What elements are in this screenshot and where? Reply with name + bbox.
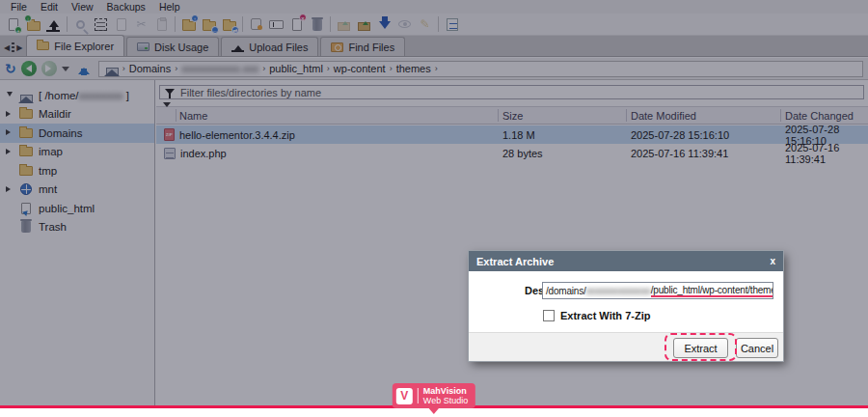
extract-button[interactable]: Extract xyxy=(673,338,728,358)
extract-archive-dialog: Extract Archive x Destination: /domains/… xyxy=(469,251,783,361)
mahvision-logo-icon: V xyxy=(396,388,413,404)
cancel-button[interactable]: Cancel xyxy=(736,338,778,358)
watermark: V MahVision Web Studio xyxy=(393,383,475,417)
redacted-domain: xxxxxxxxxxxxxx xyxy=(586,286,651,296)
destination-input[interactable]: /domains/xxxxxxxxxxxxxx/public_html/wp-c… xyxy=(542,282,773,299)
seven-zip-option[interactable]: Extract With 7-Zip xyxy=(543,310,650,321)
seven-zip-checkbox[interactable] xyxy=(543,310,555,321)
screenshot-root: File Edit View Backups Help + ↓ ✂ ↑ ← ⇄ … xyxy=(0,0,868,417)
dialog-footer: Extract Cancel xyxy=(469,332,783,361)
watermark-line1: MahVision xyxy=(423,386,468,396)
watermark-pointer-icon xyxy=(428,407,440,417)
close-icon[interactable]: x xyxy=(770,256,775,266)
watermark-badge: V MahVision Web Studio xyxy=(393,383,475,408)
dialog-titlebar[interactable]: Extract Archive x xyxy=(469,251,783,271)
watermark-line2: Web Studio xyxy=(423,396,468,405)
annotation-underline: /public_html/wp-content/theme xyxy=(651,285,773,297)
seven-zip-label: Extract With 7-Zip xyxy=(560,310,650,321)
dialog-title: Extract Archive xyxy=(476,256,554,267)
